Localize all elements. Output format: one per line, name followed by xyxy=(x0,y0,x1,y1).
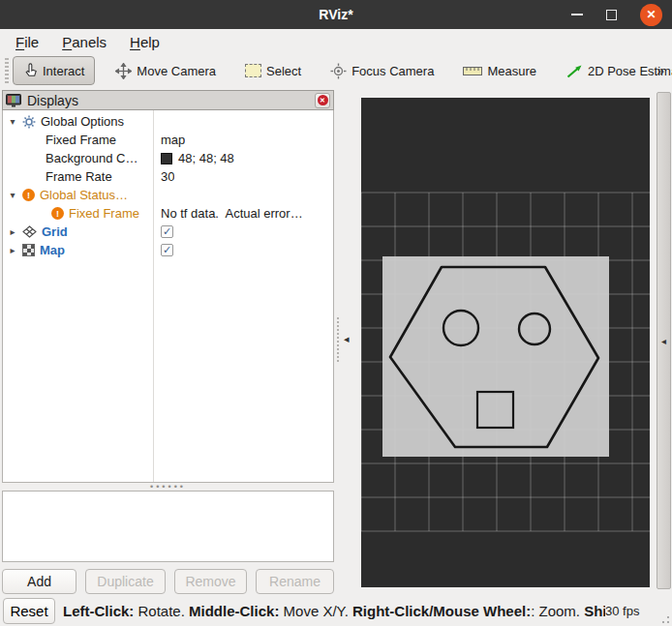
tool-label: Select xyxy=(266,64,301,78)
toolbar: Interact Move Camera Select Focus Camer xyxy=(0,54,672,87)
expander-closed-icon[interactable]: ▸ xyxy=(3,245,22,255)
description-box xyxy=(2,491,334,562)
remove-button: Remove xyxy=(174,569,247,594)
warning-icon: ! xyxy=(22,189,35,201)
tool-interact[interactable]: Interact xyxy=(13,56,95,85)
tool-label: Move Camera xyxy=(137,64,216,78)
toolbar-grip[interactable] xyxy=(5,58,9,83)
green-arrow-icon xyxy=(565,64,583,78)
row-name: Frame Rate xyxy=(46,169,112,184)
map-enabled-checkbox[interactable]: ✓ xyxy=(161,244,173,256)
ruler-icon xyxy=(463,67,482,75)
move-arrows-icon xyxy=(115,63,132,79)
tree-row-global-status[interactable]: ▾ ! Global Status… xyxy=(3,186,333,204)
row-name: Global Options xyxy=(41,114,124,129)
toolbar-overflow-button[interactable]: » xyxy=(657,63,664,78)
tree-row-status-fixed-frame[interactable]: ! Fixed Frame No tf data. Actual error… xyxy=(3,204,333,223)
expander-closed-icon[interactable]: ▸ xyxy=(3,226,22,237)
tool-select[interactable]: Select xyxy=(236,58,310,84)
close-icon: ✕ xyxy=(646,8,656,21)
tool-focus-camera[interactable]: Focus Camera xyxy=(321,57,443,85)
grid-enabled-checkbox[interactable]: ✓ xyxy=(161,225,173,238)
tree-row-global-options[interactable]: ▾ Global Options xyxy=(3,112,333,131)
row-name: Map xyxy=(40,243,65,257)
menu-help[interactable]: Help xyxy=(118,32,171,52)
row-name: Grid xyxy=(42,224,68,239)
selection-box-icon xyxy=(245,64,261,77)
background-color-value[interactable]: 48; 48; 48 xyxy=(178,151,234,165)
tree-row-fixed-frame[interactable]: Fixed Frame map xyxy=(3,131,333,149)
maximize-icon xyxy=(606,10,617,20)
duplicate-button: Duplicate xyxy=(85,569,166,594)
titlebar[interactable]: RViz* ✕ xyxy=(0,0,672,29)
tool-label: Focus Camera xyxy=(351,64,434,78)
gear-icon xyxy=(22,115,36,129)
expander-open-icon[interactable]: ▾ xyxy=(3,116,22,127)
menu-panels[interactable]: Panels xyxy=(50,32,118,52)
splitter-handle xyxy=(337,317,339,362)
tool-label: Interact xyxy=(43,64,84,78)
fixed-frame-value[interactable]: map xyxy=(161,133,185,147)
close-button[interactable]: ✕ xyxy=(640,4,662,26)
tool-label: Measure xyxy=(487,64,536,78)
tree-row-background-color[interactable]: Background C… 48; 48; 48 xyxy=(3,149,333,167)
menu-file[interactable]: File xyxy=(4,32,50,52)
reset-button[interactable]: Reset xyxy=(3,598,55,624)
add-button[interactable]: Add xyxy=(2,569,76,594)
tool-2d-pose-estimate[interactable]: 2D Pose Estimate xyxy=(557,58,672,84)
panel-close-icon: ✕ xyxy=(318,95,328,105)
displays-tree[interactable]: ▾ Global Options xyxy=(2,110,334,483)
tool-measure[interactable]: Measure xyxy=(454,58,545,84)
mouse-help-text: Left-Click: Rotate. Middle-Click: Move X… xyxy=(63,603,605,619)
status-message: No tf data. Actual error… xyxy=(161,206,303,221)
row-name: Background C… xyxy=(46,151,137,165)
panel-horizontal-splitter[interactable]: •••••• xyxy=(2,483,334,491)
color-swatch xyxy=(161,153,172,164)
collapse-right-icon: ◂ xyxy=(661,336,666,346)
render-viewport[interactable] xyxy=(361,98,650,587)
displays-panel-header[interactable]: Displays ✕ xyxy=(2,90,334,110)
crosshair-icon xyxy=(330,63,347,79)
warning-icon: ! xyxy=(51,207,64,220)
tree-column-divider[interactable] xyxy=(153,110,154,482)
tool-move-camera[interactable]: Move Camera xyxy=(107,57,225,85)
tree-row-grid[interactable]: ▸ Grid ✓ xyxy=(3,223,333,241)
displays-panel-buttons: Add Duplicate Remove Rename xyxy=(2,569,334,594)
collapse-left-icon[interactable]: ◂ xyxy=(344,333,350,345)
grid-icon xyxy=(22,225,37,238)
maximize-button[interactable] xyxy=(606,10,617,20)
monitor-icon xyxy=(6,94,21,107)
tree-row-map[interactable]: ▸ Map ✓ xyxy=(3,241,333,259)
minimize-icon xyxy=(571,14,583,15)
panel-close-button[interactable]: ✕ xyxy=(315,93,330,108)
row-name: Fixed Frame xyxy=(69,206,139,221)
right-panel-collapsed-strip[interactable]: ◂ xyxy=(657,92,671,589)
frame-rate-value[interactable]: 30 xyxy=(161,169,174,184)
statusbar: Reset Left-Click: Rotate. Middle-Click: … xyxy=(0,595,672,626)
fps-counter: 30 fps xyxy=(605,604,639,618)
hand-pointer-icon xyxy=(23,63,38,78)
minimize-button[interactable] xyxy=(571,14,583,15)
panel-view-splitter[interactable]: ◂ xyxy=(334,87,361,595)
tree-row-frame-rate[interactable]: Frame Rate 30 xyxy=(3,167,333,186)
window-controls: ✕ xyxy=(571,0,662,29)
menubar: File Panels Help xyxy=(0,29,672,54)
displays-panel: Displays ✕ ▾ xyxy=(2,90,334,562)
row-name: Fixed Frame xyxy=(46,133,116,147)
scene-canvas xyxy=(361,98,650,587)
window-resize-grip[interactable] xyxy=(660,614,670,624)
rename-button: Rename xyxy=(256,569,334,594)
expander-open-icon[interactable]: ▾ xyxy=(3,190,22,200)
main-area: Displays ✕ ▾ xyxy=(0,87,672,595)
row-name: Global Status… xyxy=(40,188,128,202)
window-title: RViz* xyxy=(319,7,352,22)
map-icon xyxy=(22,244,35,256)
displays-panel-title: Displays xyxy=(27,93,78,108)
